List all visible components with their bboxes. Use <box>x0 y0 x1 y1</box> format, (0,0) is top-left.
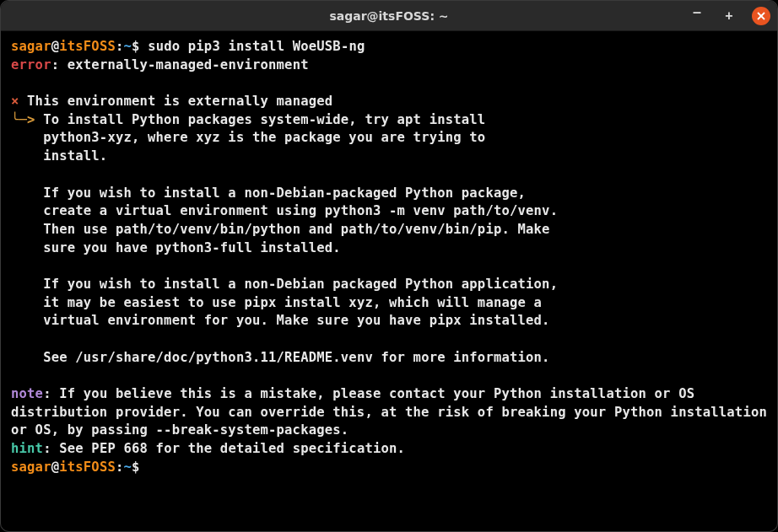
terminal-body[interactable]: sagar@itsFOSS:~$ sudo pip3 install WoeUS… <box>1 31 777 531</box>
prompt-path: ~ <box>124 459 132 475</box>
note-sep: : <box>43 386 59 401</box>
terminal-window: sagar@itsFOSS: ~ – + sagar@itsFOSS:~$ su… <box>0 0 778 532</box>
prompt-user: sagar <box>11 459 51 475</box>
window-title: sagar@itsFOSS: ~ <box>329 9 448 23</box>
hint-text: See PEP 668 for the detailed specificati… <box>59 441 405 456</box>
prompt-dollar: $ <box>132 39 140 54</box>
close-button[interactable] <box>752 7 770 25</box>
prompt-dollar: $ <box>132 459 140 475</box>
arrow-icon: ╰─> <box>11 112 35 127</box>
cross-text: This environment is externally managed <box>19 94 333 109</box>
cross-line: × This environment is externally managed <box>11 93 767 111</box>
prompt-host: itsFOSS <box>59 459 116 475</box>
window-controls: – + <box>688 7 770 25</box>
note-label: note <box>11 386 43 401</box>
maximize-button[interactable]: + <box>720 7 738 25</box>
error-sep: : <box>51 57 68 73</box>
blank-line <box>11 74 767 93</box>
close-icon <box>757 12 765 20</box>
command-text: sudo pip3 install WoeUSB-ng <box>148 39 365 54</box>
command-text <box>140 39 149 54</box>
error-label: error <box>11 57 51 73</box>
prompt-at: @ <box>51 39 60 54</box>
note-text: If you believe this is a mistake, please… <box>11 386 775 438</box>
hint-line: hint: See PEP 668 for the detailed speci… <box>11 440 767 459</box>
body-block: ╰─> To install Python packages system-wi… <box>11 111 767 368</box>
cross-icon: × <box>11 94 19 109</box>
prompt-colon: : <box>116 39 124 54</box>
hint-sep: : <box>43 441 59 456</box>
error-line: error: externally-managed-environment <box>11 56 767 75</box>
minimize-button[interactable]: – <box>688 7 706 25</box>
blank-line <box>11 367 767 385</box>
cursor <box>140 459 149 475</box>
prompt-path: ~ <box>124 39 132 54</box>
error-text: externally-managed-environment <box>68 57 309 73</box>
titlebar[interactable]: sagar@itsFOSS: ~ – + <box>1 1 777 31</box>
prompt-colon: : <box>116 459 124 475</box>
hint-label: hint <box>11 441 43 456</box>
prompt-host: itsFOSS <box>59 39 116 54</box>
body-text: To install Python packages system-wide, … <box>11 112 558 365</box>
prompt-user: sagar <box>11 39 51 54</box>
prompt-line-1: sagar@itsFOSS:~$ sudo pip3 install WoeUS… <box>11 38 767 56</box>
prompt-at: @ <box>51 459 60 475</box>
prompt-line-2: sagar@itsFOSS:~$ <box>11 459 767 477</box>
note-line: note: If you believe this is a mistake, … <box>11 385 767 440</box>
